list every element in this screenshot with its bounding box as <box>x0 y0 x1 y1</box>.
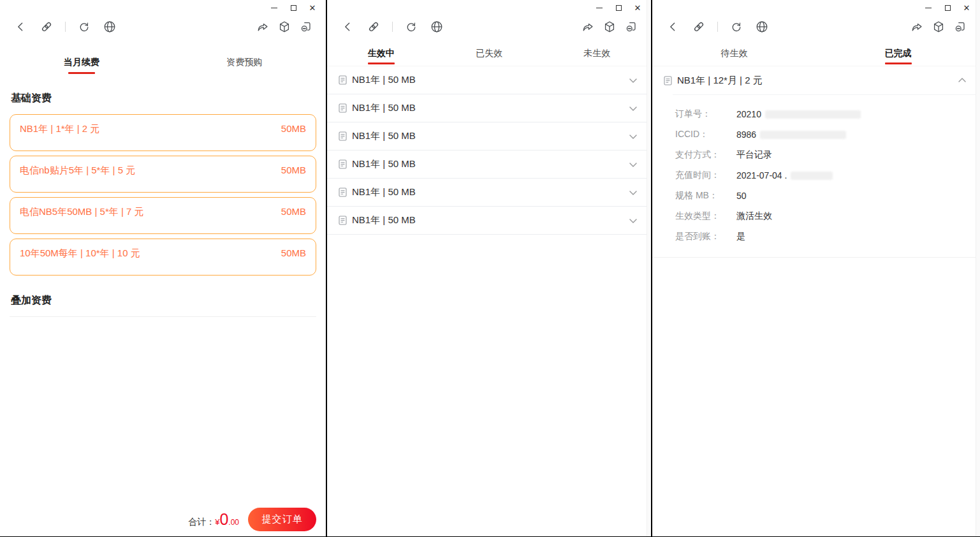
maximize-button[interactable] <box>609 1 628 14</box>
order-row[interactable]: NB1年 | 50 MB <box>327 151 651 179</box>
redaction-patch <box>791 172 833 180</box>
tariff-card[interactable]: NB1年 | 1*年 | 2 元 50MB <box>10 114 316 151</box>
section-title-basic: 基础资费 <box>11 92 315 105</box>
back-icon[interactable] <box>666 20 680 34</box>
order-row[interactable]: NB1年 | 50 MB <box>327 207 651 235</box>
toolbar-left <box>666 20 780 34</box>
globe-icon[interactable] <box>103 20 117 34</box>
submit-order-button[interactable]: 提交订单 <box>248 508 316 531</box>
close-icon: ✕ <box>634 4 641 12</box>
chevron-down-icon[interactable] <box>628 103 638 114</box>
minimize-button[interactable] <box>590 1 609 14</box>
toolbar-right <box>573 20 638 34</box>
order-detail: NB1年 | 12*月 | 2 元 订单号： 20210 ICCID： 8986… <box>652 66 980 258</box>
chevron-down-icon[interactable] <box>628 216 638 226</box>
globe-icon[interactable] <box>430 20 444 34</box>
order-row-expanded[interactable]: NB1年 | 12*月 | 2 元 <box>652 66 980 94</box>
toolbar-divider <box>65 22 66 32</box>
tab-completed[interactable]: 已完成 <box>816 41 980 66</box>
chevron-down-icon[interactable] <box>628 188 638 198</box>
cube-icon[interactable] <box>932 20 946 34</box>
tab-not-effective[interactable]: 未生效 <box>543 41 651 66</box>
tariff-card[interactable]: 电信NB5年50MB | 5*年 | 7 元 50MB <box>10 197 316 234</box>
maximize-button[interactable] <box>938 1 957 14</box>
section-title-addon: 叠加资费 <box>11 294 315 307</box>
tab-label: 待生效 <box>721 48 748 59</box>
profile-icon[interactable] <box>953 20 967 34</box>
order-row[interactable]: NB1年 | 50 MB <box>327 94 651 122</box>
order-row[interactable]: NB1年 | 50 MB <box>327 179 651 207</box>
cube-icon[interactable] <box>603 20 617 34</box>
link-icon[interactable] <box>40 20 54 34</box>
detail-row: 充值时间： 2021-07-04 . <box>675 165 980 186</box>
profile-icon[interactable] <box>624 20 638 34</box>
tariff-card-title: 10年50M每年 | 10*年 | 10 元 <box>20 247 140 260</box>
back-icon[interactable] <box>341 20 355 34</box>
profile-icon[interactable] <box>299 20 313 34</box>
tariff-card[interactable]: 电信nb贴片5年 | 5*年 | 5 元 50MB <box>10 156 316 193</box>
scrollbar[interactable] <box>647 0 651 536</box>
tab-expired[interactable]: 已失效 <box>435 41 543 66</box>
close-button[interactable]: ✕ <box>303 1 322 14</box>
detail-label: 支付方式： <box>675 149 736 161</box>
chevron-down-icon[interactable] <box>628 159 638 170</box>
detail-value: 平台记录 <box>736 149 772 161</box>
chevron-down-icon[interactable] <box>628 131 638 142</box>
redaction-patch <box>760 131 846 139</box>
tab-effective[interactable]: 生效中 <box>327 41 435 66</box>
chevron-down-icon[interactable] <box>628 75 638 85</box>
tab-label: 未生效 <box>583 48 610 59</box>
tab-label: 生效中 <box>368 48 395 59</box>
minimize-icon <box>925 8 932 8</box>
tab-label: 已完成 <box>885 48 912 59</box>
chevron-up-icon[interactable] <box>957 75 967 85</box>
tab-bar: 待生效 已完成 <box>652 41 980 66</box>
tab-label: 当月续费 <box>64 57 99 68</box>
close-button[interactable]: ✕ <box>957 1 976 14</box>
detail-label: 规格 MB： <box>675 190 736 202</box>
detail-value: 50 <box>736 191 747 201</box>
detail-value: 2021-07-04 . <box>736 170 833 180</box>
share-icon[interactable] <box>910 20 924 34</box>
share-icon[interactable] <box>581 20 595 34</box>
tab-pending-effective[interactable]: 待生效 <box>652 41 816 66</box>
globe-icon[interactable] <box>755 20 769 34</box>
close-button[interactable]: ✕ <box>628 1 647 14</box>
link-icon[interactable] <box>692 20 706 34</box>
order-row-title: NB1年 | 50 MB <box>352 186 628 198</box>
tariff-card[interactable]: 10年50M每年 | 10*年 | 10 元 50MB <box>10 239 316 276</box>
order-row-title: NB1年 | 12*月 | 2 元 <box>677 75 957 87</box>
link-icon[interactable] <box>367 20 381 34</box>
minimize-button[interactable] <box>919 1 938 14</box>
detail-label: 是否到账： <box>675 231 736 242</box>
detail-row: 订单号： 20210 <box>675 104 980 124</box>
window-renew: ✕ <box>0 0 326 536</box>
refresh-icon[interactable] <box>729 20 743 34</box>
checkout-bar: 合计： ¥ 0 .00 提交订单 <box>188 508 316 531</box>
total-amount-int: 0 <box>219 511 228 527</box>
maximize-icon <box>945 5 951 11</box>
redaction-patch <box>765 110 861 119</box>
refresh-icon[interactable] <box>404 20 418 34</box>
minimize-button[interactable] <box>265 1 284 14</box>
share-icon[interactable] <box>256 20 270 34</box>
maximize-button[interactable] <box>284 1 303 14</box>
maximize-icon <box>616 5 622 11</box>
tab-current-month-renewal[interactable]: 当月续费 <box>0 50 163 75</box>
document-icon <box>339 159 347 169</box>
toolbar-right <box>248 20 313 34</box>
order-row[interactable]: NB1年 | 50 MB <box>327 122 651 151</box>
tab-tariff-prepurchase[interactable]: 资费预购 <box>163 50 326 75</box>
document-icon <box>339 75 347 85</box>
document-icon <box>339 216 347 225</box>
tab-bar: 生效中 已失效 未生效 <box>327 41 651 66</box>
scrollbar[interactable] <box>976 0 980 536</box>
maximize-icon <box>291 5 296 11</box>
cube-icon[interactable] <box>277 20 291 34</box>
back-icon[interactable] <box>14 20 28 34</box>
title-bar: ✕ <box>0 0 326 15</box>
tariff-card-size: 50MB <box>281 206 306 217</box>
order-row[interactable]: NB1年 | 50 MB <box>327 66 651 94</box>
window-effective-list: ✕ <box>327 0 651 536</box>
refresh-icon[interactable] <box>77 20 91 34</box>
